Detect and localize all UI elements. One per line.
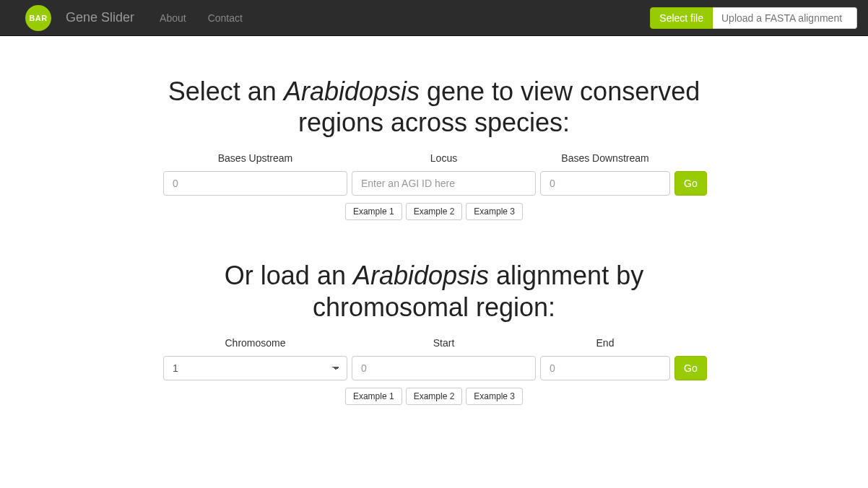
gene-example-2-button[interactable]: Example 2 xyxy=(406,203,463,220)
gene-examples-row: Example 1 Example 2 Example 3 xyxy=(163,203,705,220)
start-input[interactable] xyxy=(352,356,536,380)
heading-text-italic: Arabidopsis xyxy=(284,77,420,106)
chromosome-col: Chromosome 1 xyxy=(163,337,347,380)
region-form-row: Chromosome 1 Start End Go xyxy=(163,337,705,380)
chromosome-label: Chromosome xyxy=(163,337,347,349)
region-example-2-button[interactable]: Example 2 xyxy=(406,388,463,405)
brand-title[interactable]: Gene Slider xyxy=(66,10,134,25)
upstream-label: Bases Upstream xyxy=(163,152,347,164)
gene-section: Select an Arabidopsis gene to view conse… xyxy=(163,76,705,220)
navbar-left: BAR Gene Slider About Contact xyxy=(11,1,253,35)
heading-text-pre: Select an xyxy=(168,77,284,106)
downstream-input[interactable] xyxy=(540,171,670,196)
bar-logo[interactable]: BAR xyxy=(25,5,51,31)
end-label: End xyxy=(540,337,670,349)
gene-go-col: Go xyxy=(674,171,707,196)
nav-about[interactable]: About xyxy=(149,1,197,35)
start-label: Start xyxy=(352,337,536,349)
region-heading-pre: Or load an xyxy=(225,261,353,290)
start-col: Start xyxy=(352,337,536,380)
region-examples-row: Example 1 Example 2 Example 3 xyxy=(163,388,705,405)
gene-form-row: Bases Upstream Locus Bases Downstream Go xyxy=(163,152,705,196)
upstream-input[interactable] xyxy=(163,171,347,196)
main-container: Select an Arabidopsis gene to view conse… xyxy=(152,76,716,405)
region-example-3-button[interactable]: Example 3 xyxy=(466,388,523,405)
region-heading: Or load an Arabidopsis alignment by chro… xyxy=(163,260,705,322)
chromosome-select[interactable]: 1 xyxy=(163,356,347,380)
downstream-label: Bases Downstream xyxy=(540,152,670,164)
end-col: End xyxy=(540,337,670,380)
gene-go-button[interactable]: Go xyxy=(674,171,707,196)
region-heading-italic: Arabidopsis xyxy=(353,261,489,290)
locus-input[interactable] xyxy=(352,171,536,196)
downstream-col: Bases Downstream xyxy=(540,152,670,196)
locus-col: Locus xyxy=(352,152,536,196)
select-file-button[interactable]: Select file xyxy=(650,7,713,29)
region-go-button[interactable]: Go xyxy=(674,356,707,380)
region-example-1-button[interactable]: Example 1 xyxy=(345,388,402,405)
region-go-col: Go xyxy=(674,356,707,380)
navbar-right: Select file xyxy=(650,7,857,29)
region-section: Or load an Arabidopsis alignment by chro… xyxy=(163,260,705,404)
end-input[interactable] xyxy=(540,356,670,380)
upload-fasta-input[interactable] xyxy=(713,7,857,29)
gene-example-1-button[interactable]: Example 1 xyxy=(345,203,402,220)
gene-heading: Select an Arabidopsis gene to view conse… xyxy=(163,76,705,138)
locus-label: Locus xyxy=(352,152,536,164)
upstream-col: Bases Upstream xyxy=(163,152,347,196)
navbar: BAR Gene Slider About Contact Select fil… xyxy=(0,0,868,36)
nav-contact[interactable]: Contact xyxy=(197,1,253,35)
upload-group: Select file xyxy=(650,7,857,29)
gene-example-3-button[interactable]: Example 3 xyxy=(466,203,523,220)
